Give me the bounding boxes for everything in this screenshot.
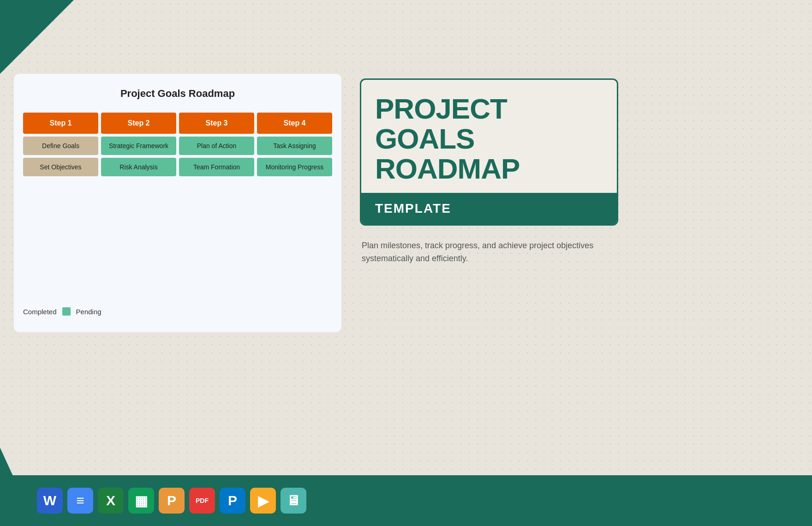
cell-monitoring-progress: Monitoring Progress — [257, 158, 332, 176]
app-docs[interactable]: ≡ — [67, 488, 93, 514]
app-keynote[interactable]: 🖥 — [281, 488, 306, 514]
legend-completed-swatch — [62, 307, 71, 316]
cell-risk-analysis: Risk Analysis — [101, 158, 176, 176]
cell-plan-of-action: Plan of Action — [179, 137, 254, 155]
subtitle: TEMPLATE — [375, 201, 603, 216]
title-card: PROJECT GOALS ROADMAP TEMPLATE — [360, 78, 618, 226]
step-header-4: Step 4 — [257, 113, 332, 134]
app-slides[interactable]: ▶ — [250, 488, 276, 514]
right-panel: PROJECT GOALS ROADMAP TEMPLATE Plan mile… — [360, 78, 618, 265]
panel-title: Project Goals Roadmap — [23, 88, 332, 100]
app-publisher[interactable]: P — [220, 488, 245, 514]
step-header-1: Step 1 — [23, 113, 98, 134]
bottom-toolbar: W ≡ X ▦ P PDF P ▶ 🖥 — [0, 475, 812, 526]
step-header-2: Step 2 — [101, 113, 176, 134]
title-card-bottom: TEMPLATE — [361, 193, 617, 224]
title-card-top: PROJECT GOALS ROADMAP — [361, 80, 617, 193]
app-excel[interactable]: X — [98, 488, 124, 514]
cell-task-assigning: Task Assigning — [257, 137, 332, 155]
cell-strategic-framework: Strategic Framework — [101, 137, 176, 155]
legend-completed-label: Completed — [23, 308, 57, 316]
legend-pending-label: Pending — [76, 308, 102, 316]
cell-team-formation: Team Formation — [179, 158, 254, 176]
cell-set-objectives: Set Objectives — [23, 158, 98, 176]
cell-define-goals: Define Goals — [23, 137, 98, 155]
main-title: PROJECT GOALS ROADMAP — [375, 94, 603, 184]
legend: Completed Pending — [23, 307, 102, 316]
app-word[interactable]: W — [37, 488, 63, 514]
corner-decoration-tl — [0, 0, 74, 74]
step-header-3: Step 3 — [179, 113, 254, 134]
roadmap-grid: Step 1 Step 2 Step 3 Step 4 Define Goals… — [23, 113, 332, 176]
left-panel: Project Goals Roadmap Step 1 Step 2 Step… — [14, 74, 341, 332]
app-pdf[interactable]: PDF — [189, 488, 215, 514]
description: Plan milestones, track progress, and ach… — [360, 239, 618, 265]
app-pages[interactable]: P — [159, 488, 185, 514]
app-sheets[interactable]: ▦ — [128, 488, 154, 514]
